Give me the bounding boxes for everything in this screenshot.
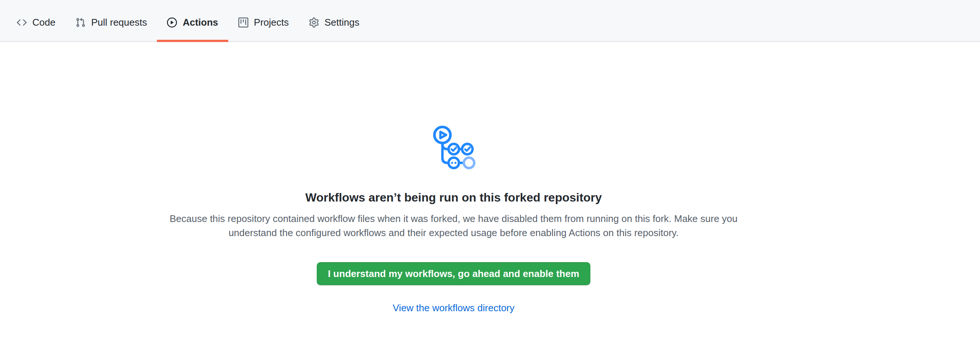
play-circle-icon xyxy=(167,17,177,27)
workflow-graph-icon xyxy=(430,125,477,170)
tab-actions[interactable]: Actions xyxy=(157,0,228,41)
tab-projects[interactable]: Projects xyxy=(228,0,299,41)
workflows-directory-link[interactable]: View the workflows directory xyxy=(393,302,514,313)
tab-code[interactable]: Code xyxy=(7,0,65,41)
repo-tab-bar: Code Pull requests Actions Projects Sett… xyxy=(0,0,980,42)
gear-icon xyxy=(309,17,319,27)
enable-button-row: I understand my workflows, go ahead and … xyxy=(0,240,907,285)
blankslate-description: Because this repository contained workfl… xyxy=(152,211,756,240)
tab-pull-requests[interactable]: Pull requests xyxy=(65,0,157,41)
tab-label: Projects xyxy=(254,17,289,27)
enable-workflows-button[interactable]: I understand my workflows, go ahead and … xyxy=(317,262,590,285)
blankslate: Workflows aren’t being run on this forke… xyxy=(0,42,907,314)
blankslate-title: Workflows aren’t being run on this forke… xyxy=(0,189,907,206)
project-board-icon xyxy=(238,17,248,27)
tab-label: Code xyxy=(32,17,56,27)
tab-label: Pull requests xyxy=(91,17,147,27)
code-icon xyxy=(17,17,27,27)
main-content: Workflows aren’t being run on this forke… xyxy=(0,42,907,314)
link-row: View the workflows directory xyxy=(0,302,907,314)
tab-settings[interactable]: Settings xyxy=(299,0,369,41)
git-pull-request-icon xyxy=(75,17,86,27)
tab-label: Settings xyxy=(325,17,360,27)
tab-label: Actions xyxy=(183,17,218,27)
